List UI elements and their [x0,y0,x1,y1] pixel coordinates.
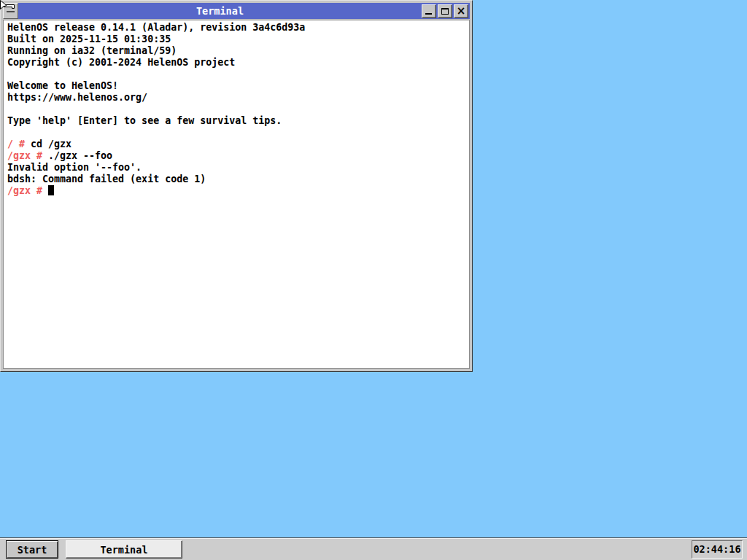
terminal-line: Type 'help' [Enter] to see a few surviva… [7,115,469,127]
taskbar-clock: 02:44:16 [692,540,743,559]
terminal-line: Welcome to HelenOS! [7,80,469,92]
terminal-line: HelenOS release 0.14.1 (Aladar), revisio… [7,22,469,34]
terminal-text-segment: bdsh: Command failed (exit code 1) [7,174,206,184]
desktop: { "desktop": { "background": "#82c9fc" }… [0,0,747,560]
terminal-window: Terminal × HelenOS release 0.14.1 (Alada… [0,0,473,372]
terminal-line: Copyright (c) 2001-2024 HelenOS project [7,57,469,69]
terminal-line: https://www.helenos.org/ [7,92,469,104]
terminal-line: Running on ia32 (terminal/59) [7,45,469,57]
close-icon: × [454,5,468,17]
minimize-icon [425,13,432,15]
terminal-output[interactable]: HelenOS release 0.14.1 (Aladar), revisio… [3,20,470,369]
system-menu-icon [7,11,15,12]
terminal-text-segment: ./gzx --foo [42,150,112,161]
terminal-line: Built on 2025-11-15 01:30:35 [7,34,469,45]
maximize-button[interactable] [438,4,452,18]
terminal-text-segment: Invalid option '--foo'. [7,162,142,173]
close-button[interactable]: × [454,4,468,18]
text-cursor [48,185,54,195]
window-title: Terminal [18,3,422,19]
terminal-text-segment: HelenOS release 0.14.1 (Aladar), revisio… [7,22,305,33]
taskbar-task-terminal[interactable]: Terminal [66,540,182,559]
shell-prompt: /gzx # [7,150,42,161]
taskbar-tasks: Terminal [66,540,182,559]
terminal-text-segment: Copyright (c) 2001-2024 HelenOS project [7,57,235,68]
terminal-text-segment [42,185,48,196]
shell-prompt: / # [7,139,25,149]
window-controls: × [422,3,470,19]
system-menu-button[interactable] [3,3,18,19]
terminal-line: bdsh: Command failed (exit code 1) [7,174,469,185]
terminal-text-segment: Built on 2025-11-15 01:30:35 [7,34,171,44]
shell-prompt: /gzx # [7,185,42,196]
terminal-line: /gzx # ./gzx --foo [7,150,469,162]
terminal-text-segment: Type 'help' [Enter] to see a few surviva… [7,115,282,126]
terminal-text-segment: cd /gzx [25,139,71,149]
terminal-line: /gzx # [7,185,469,197]
terminal-line [7,69,469,80]
minimize-button[interactable] [422,4,436,18]
terminal-line [7,127,469,139]
terminal-text-segment: https://www.helenos.org/ [7,92,147,103]
start-button[interactable]: Start [6,540,58,559]
terminal-line [7,104,469,115]
terminal-text-segment: Running on ia32 (terminal/59) [7,45,177,56]
terminal-text-segment: Welcome to HelenOS! [7,80,118,91]
terminal-line: / # cd /gzx [7,139,469,150]
window-titlebar[interactable]: Terminal × [3,3,470,19]
maximize-icon [441,8,449,15]
terminal-line: Invalid option '--foo'. [7,162,469,174]
taskbar: Start Terminal 02:44:16 [0,537,747,560]
